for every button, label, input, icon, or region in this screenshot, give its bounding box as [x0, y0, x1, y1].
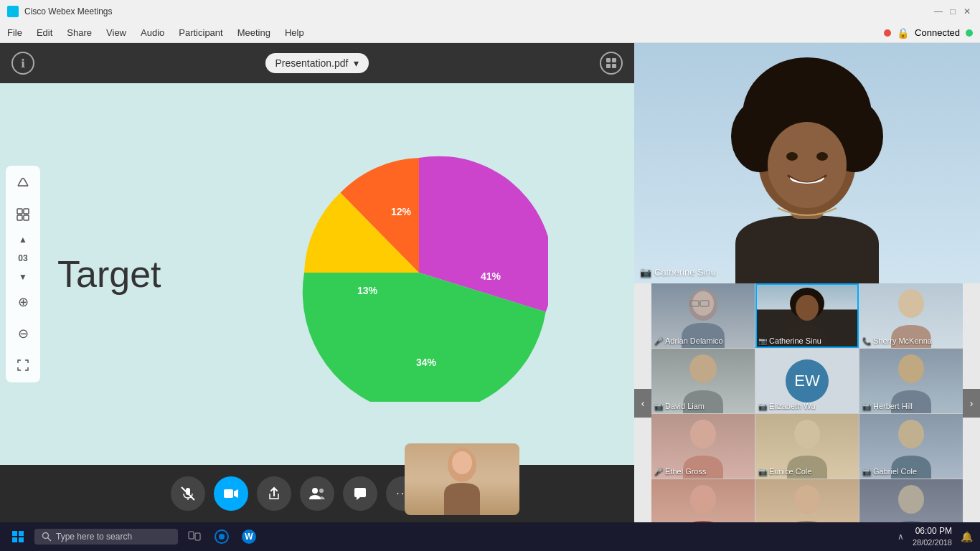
- svg-rect-16: [354, 488, 366, 497]
- svg-rect-2: [606, 64, 611, 68]
- pen-tool-button[interactable]: [11, 171, 34, 194]
- fullscreen-icon: [17, 359, 29, 372]
- cam-icon-5: 📷: [862, 402, 871, 410]
- svg-point-39: [689, 354, 717, 383]
- svg-point-14: [312, 488, 318, 494]
- windows-logo-icon: [11, 530, 24, 543]
- menu-file[interactable]: File: [7, 27, 22, 38]
- svg-point-30: [816, 152, 828, 161]
- taskbar: Type here to search W ∧ 06:00 PM 28/02/2…: [0, 522, 980, 551]
- svg-point-45: [794, 485, 820, 514]
- participants-grid: ‹: [634, 283, 980, 522]
- windows-start-button[interactable]: [7, 526, 29, 547]
- window-controls[interactable]: — □ ✕: [933, 6, 973, 17]
- participant-name-6: 🎤 Ethel Gross: [654, 467, 706, 476]
- chat-button[interactable]: [343, 476, 377, 511]
- taskbar-left: Type here to search W: [7, 526, 260, 547]
- task-view-icon: [188, 531, 201, 542]
- svg-point-15: [319, 489, 324, 493]
- notification-button[interactable]: 🔔: [961, 531, 973, 542]
- person-silhouette-9: [674, 479, 732, 522]
- share-icon: [267, 486, 281, 501]
- close-button[interactable]: ✕: [961, 6, 973, 17]
- cam-icon-1: 📷: [758, 337, 767, 345]
- presentation-toolbar: ℹ Presentation.pdf ▾: [0, 43, 634, 83]
- video-icon: [223, 487, 239, 500]
- task-view-button[interactable]: [184, 526, 205, 547]
- app-title: Cisco Webex Meetings: [24, 6, 113, 17]
- left-toolbar: ▲ 03 ▼ ⊕ ⊖: [6, 166, 40, 382]
- featured-person-view: [634, 43, 980, 283]
- pie-label-34: 34%: [416, 357, 437, 368]
- person-silhouette-10: [778, 479, 836, 522]
- info-button[interactable]: ℹ: [11, 52, 34, 75]
- current-page: 03: [18, 253, 27, 263]
- grid-icon: [16, 207, 30, 222]
- zoom-out-button[interactable]: ⊖: [11, 322, 34, 345]
- participant-name-8: 📷 Gabriel Cole: [862, 467, 917, 476]
- svg-rect-1: [612, 58, 616, 62]
- grid-inner: 🎤 Adrian Delamico 📷 Catherin: [651, 283, 963, 522]
- svg-point-46: [898, 485, 924, 514]
- cam-icon-7: 📷: [758, 468, 767, 476]
- page-up-button[interactable]: ▲: [11, 235, 34, 245]
- page-down-button[interactable]: ▼: [11, 272, 34, 282]
- grid-next-button[interactable]: ›: [963, 389, 980, 418]
- minimize-button[interactable]: —: [933, 6, 944, 17]
- svg-point-32: [692, 291, 714, 316]
- webex-taskbar-button[interactable]: W: [238, 526, 260, 547]
- participant-cell-8: 📷 Gabriel Cole: [859, 414, 963, 479]
- taskbar-search[interactable]: Type here to search: [34, 529, 178, 545]
- participants-button[interactable]: [300, 476, 334, 511]
- cam-icon-3: 📷: [654, 402, 663, 410]
- maximize-button[interactable]: □: [947, 6, 958, 17]
- mic-icon-6: 🎤: [654, 468, 663, 476]
- slide-content: ▲ 03 ▼ ⊕ ⊖: [0, 83, 634, 465]
- share-button[interactable]: [257, 476, 291, 511]
- grid-prev-button[interactable]: ‹: [634, 389, 651, 418]
- participant-cell-9: 🎤 Amy Alvarado: [651, 479, 755, 522]
- participant-name-2: 📞 Sherry McKenna: [862, 336, 932, 345]
- menu-meeting[interactable]: Meeting: [237, 27, 270, 38]
- participant-cell-5: 📷 Herbert Hill: [859, 349, 963, 413]
- zoom-in-button[interactable]: ⊕: [11, 291, 34, 314]
- fullscreen-button[interactable]: [11, 354, 34, 377]
- featured-person-svg: [634, 43, 980, 283]
- search-placeholder: Type here to search: [56, 532, 132, 542]
- taskbar-chevron[interactable]: ∧: [897, 532, 904, 542]
- layout-button[interactable]: [600, 52, 623, 75]
- menu-share[interactable]: Share: [67, 27, 92, 38]
- slide-title: Target: [57, 253, 161, 296]
- menu-bar: File Edit Share View Audio Participant M…: [0, 23, 980, 43]
- mute-button[interactable]: [171, 476, 205, 511]
- participant-name-7: 📷 Eunice Cole: [758, 467, 811, 476]
- participant-cell-1: 📷 Catherine Sinu: [755, 283, 859, 348]
- participant-person-9: [651, 479, 755, 522]
- featured-participant: 📷 Catherine Sinu: [634, 43, 980, 283]
- menu-participant[interactable]: Participant: [179, 27, 222, 38]
- clock-date: 28/02/2018: [913, 537, 952, 547]
- participant-cell-2: 📞 Sherry McKenna: [859, 283, 963, 348]
- grid-tool-button[interactable]: [11, 203, 34, 226]
- video-button[interactable]: [214, 476, 248, 511]
- file-dropdown[interactable]: Presentation.pdf ▾: [265, 53, 369, 73]
- menu-audio[interactable]: Audio: [141, 27, 164, 38]
- self-person-silhouette: [433, 443, 491, 515]
- svg-rect-0: [606, 58, 611, 62]
- svg-point-51: [43, 533, 49, 539]
- participant-person-11: [859, 479, 963, 522]
- cam-icon-8: 📷: [862, 468, 871, 476]
- participant-name-3: 📷 David Liam: [654, 402, 705, 410]
- participant-cell-6: 🎤 Ethel Gross: [651, 414, 755, 479]
- svg-rect-50: [19, 537, 24, 542]
- cortana-button[interactable]: [211, 526, 232, 547]
- pie-label-41: 41%: [481, 270, 501, 282]
- menu-edit[interactable]: Edit: [37, 27, 52, 38]
- svg-rect-47: [12, 531, 17, 536]
- self-view: [405, 443, 519, 515]
- menu-view[interactable]: View: [106, 27, 126, 38]
- menu-help[interactable]: Help: [285, 27, 304, 38]
- bottom-controls: ···: [0, 465, 634, 522]
- elizabeth-wu-avatar: EW: [786, 359, 829, 402]
- app-logo: [7, 6, 19, 17]
